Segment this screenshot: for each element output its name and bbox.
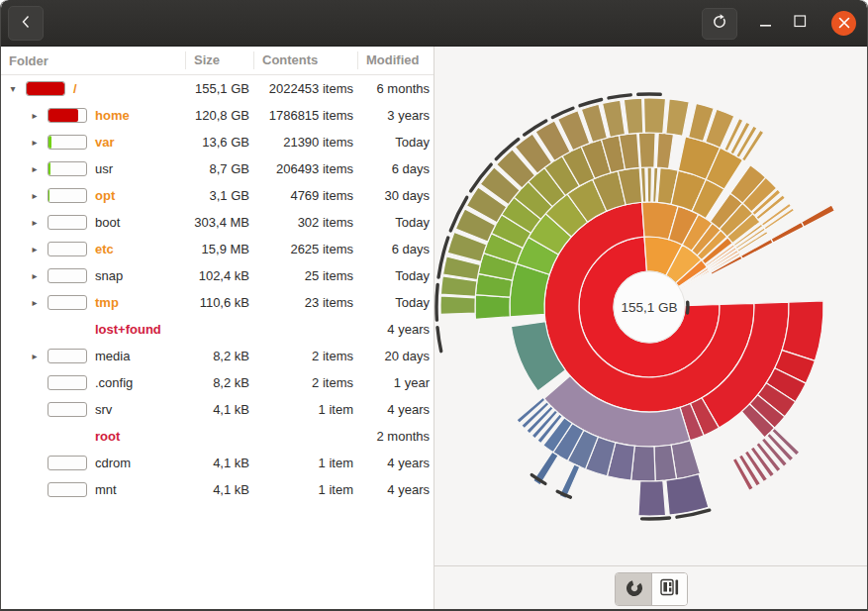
modified-cell: Today — [357, 295, 434, 310]
indent-spacer — [6, 222, 28, 223]
ring-segment[interactable] — [643, 98, 665, 134]
usage-bar — [48, 456, 87, 470]
usage-bar — [48, 349, 87, 363]
usage-bar — [48, 108, 87, 123]
contents-cell: 21390 items — [253, 135, 357, 150]
size-cell: 303,4 MB — [185, 215, 253, 230]
usage-bar-fill — [48, 162, 50, 175]
refresh-icon — [710, 12, 729, 36]
folder-name: mnt — [95, 482, 117, 497]
usage-bar — [48, 215, 87, 230]
rings-chart-toggle[interactable] — [616, 573, 651, 605]
folder-name-cell: root — [1, 429, 185, 444]
size-cell: 8,2 kB — [185, 349, 253, 363]
indent-spacer — [6, 275, 28, 276]
table-row[interactable]: ▸etc15,9 MB2625 items6 days — [1, 236, 434, 262]
table-row[interactable]: ▸snap102,4 kB25 itemsToday — [1, 262, 434, 289]
expander-icon[interactable]: ▸ — [28, 351, 42, 361]
table-row[interactable]: lost+found4 years — [1, 316, 434, 343]
maximize-button[interactable] — [789, 13, 811, 33]
modified-cell: 3 years — [357, 108, 434, 123]
table-row[interactable]: ▸home120,8 GB1786815 items3 years — [1, 102, 434, 129]
modified-cell: 6 days — [357, 161, 434, 176]
indent-spacer — [6, 382, 28, 383]
chart-panel: 155,1 GB — [434, 47, 867, 611]
indent-spacer — [6, 409, 28, 410]
column-header-folder-size[interactable]: Size — [185, 51, 253, 69]
size-cell: 4,1 kB — [185, 402, 253, 417]
table-row[interactable]: ▸var13,6 GB21390 itemsToday — [1, 129, 434, 155]
folder-name: snap — [95, 268, 123, 283]
expander-icon[interactable]: ▸ — [28, 190, 42, 201]
table-row[interactable]: ▸boot303,4 MB302 itemsToday — [1, 209, 434, 236]
expander-icon[interactable]: ▸ — [28, 137, 42, 148]
ring-segment[interactable] — [656, 133, 673, 168]
column-header-modified[interactable]: Modified — [357, 51, 434, 69]
expander-icon[interactable]: ▸ — [28, 270, 42, 281]
usage-bar-fill — [48, 189, 49, 202]
folder-name: cdrom — [95, 456, 131, 470]
table-row[interactable]: .config8,2 kB2 items1 year — [1, 369, 434, 396]
usage-bar — [48, 402, 87, 417]
folder-name-cell: ▾/ — [1, 81, 185, 96]
folder-name-cell: ▸opt — [1, 188, 185, 203]
folder-name: root — [95, 429, 120, 444]
usage-bar — [48, 161, 87, 176]
folder-name: / — [73, 81, 77, 96]
rings-chart-icon — [625, 578, 642, 599]
folder-name-cell: cdrom — [1, 456, 185, 470]
expander-icon[interactable]: ▸ — [28, 110, 42, 121]
maximize-icon — [794, 14, 807, 32]
table-row[interactable]: root2 months — [1, 423, 434, 450]
modified-cell: Today — [357, 135, 434, 150]
indent-spacer — [6, 115, 28, 116]
expander-icon[interactable]: ▾ — [6, 83, 20, 94]
table-row[interactable]: cdrom4,1 kB1 item4 years — [1, 450, 434, 476]
usage-bar — [48, 482, 87, 497]
folder-name: .config — [95, 375, 133, 390]
ring-segment[interactable] — [475, 295, 510, 320]
table-row[interactable]: ▾/155,1 GB2022453 items6 months — [1, 75, 434, 102]
ring-segment[interactable] — [638, 133, 655, 167]
expander-icon[interactable]: ▸ — [28, 163, 42, 174]
rings-chart[interactable]: 155,1 GB — [434, 47, 868, 565]
refresh-button[interactable] — [702, 8, 737, 40]
expander-icon[interactable]: ▸ — [28, 297, 42, 308]
ring-segment[interactable] — [666, 99, 689, 136]
back-button[interactable] — [8, 6, 44, 41]
ring-segment[interactable] — [624, 98, 643, 134]
treemap-chart-toggle[interactable] — [651, 573, 687, 605]
folder-name-cell: ▸media — [1, 349, 185, 363]
ring-segment[interactable] — [666, 474, 709, 515]
disk-usage-analyzer-window: Folder Size Contents Modified ▾/155,1 GB… — [0, 0, 868, 611]
minimize-button[interactable] — [755, 13, 777, 33]
expander-icon[interactable]: ▸ — [28, 244, 42, 255]
ring-segment[interactable] — [802, 205, 835, 227]
folder-name: tmp — [95, 295, 119, 310]
ring-segment[interactable] — [440, 296, 475, 314]
contents-cell: 25 items — [253, 268, 357, 283]
expander-icon[interactable]: ▸ — [28, 217, 42, 228]
table-row[interactable]: srv4,1 kB1 item4 years — [1, 396, 434, 423]
column-header-folder[interactable]: Folder — [1, 53, 185, 68]
ring-segment[interactable] — [638, 480, 666, 516]
close-button[interactable] — [831, 11, 856, 36]
contents-cell: 2 items — [253, 375, 357, 390]
size-cell: 3,1 GB — [185, 188, 253, 203]
usage-bar-fill — [27, 82, 64, 95]
table-row[interactable]: ▸opt3,1 GB4769 items30 days — [1, 182, 434, 209]
depth-indicator-dash — [436, 285, 437, 321]
size-cell: 15,9 MB — [185, 242, 253, 256]
table-row[interactable]: ▸usr8,7 GB206493 items6 days — [1, 155, 434, 182]
table-row[interactable]: ▸tmp110,6 kB23 itemsToday — [1, 289, 434, 316]
column-header-contents[interactable]: Contents — [253, 51, 357, 69]
table-row[interactable]: ▸media8,2 kB2 items20 days — [1, 343, 434, 369]
ring-segment[interactable] — [771, 222, 804, 243]
folder-name: home — [95, 108, 130, 123]
indent-spacer — [6, 142, 28, 143]
ring-segment[interactable] — [653, 167, 658, 202]
folder-name-cell: .config — [1, 375, 185, 390]
ring-segment[interactable] — [647, 167, 651, 202]
table-row[interactable]: mnt4,1 kB1 item4 years — [1, 476, 434, 503]
chart-view-toggle-group — [615, 572, 688, 606]
